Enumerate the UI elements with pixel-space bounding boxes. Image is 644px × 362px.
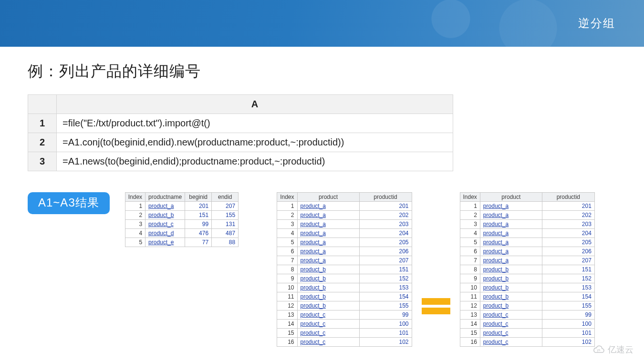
equals-icon <box>422 192 450 347</box>
col-header: productid <box>359 193 412 202</box>
table-row: 9product_b152 <box>277 274 412 283</box>
cell-index: 12 <box>460 301 480 310</box>
cell-index: 16 <box>277 338 297 347</box>
cell-productid: 152 <box>359 274 412 283</box>
cell-product: product_c <box>297 310 359 320</box>
table-row: 1product_a201207 <box>125 202 238 211</box>
cell-productid: 153 <box>542 283 594 292</box>
cell-productname: product_d <box>145 229 185 238</box>
cell-product: product_a <box>480 247 542 256</box>
col-header: beginid <box>185 193 212 202</box>
cell-index: 5 <box>277 238 297 247</box>
cell-product: product_a <box>297 247 359 256</box>
cell-index: 12 <box>277 301 297 310</box>
watermark: ys 亿速云 <box>592 344 634 355</box>
table-row: 2product_a202 <box>460 211 594 220</box>
cell-beginid: 201 <box>185 202 212 211</box>
content: 例：列出产品的详细编号 A 1 =file("E:/txt/product.tx… <box>0 47 644 347</box>
cell-index: 14 <box>460 320 480 329</box>
table-row: 5product_e7788 <box>125 238 238 247</box>
cell-productid: 202 <box>542 211 594 220</box>
cell-productid: 204 <box>542 229 594 238</box>
cell-index: 8 <box>277 265 297 274</box>
cell-productid: 207 <box>359 256 412 265</box>
cell-product: product_b <box>297 301 359 310</box>
corner-cell <box>28 95 57 114</box>
cell-product: product_a <box>297 256 359 265</box>
cell-beginid: 77 <box>185 238 212 247</box>
cell-productid: 100 <box>359 320 412 329</box>
formula-cell: =A1.conj(to(beginid,endid).new(productna… <box>57 133 453 152</box>
col-header: productname <box>145 193 185 202</box>
row-num: 3 <box>28 152 57 171</box>
table-row: 9product_b152 <box>460 274 594 283</box>
table-row: 1product_a201 <box>460 202 594 211</box>
cell-productid: 102 <box>359 338 412 347</box>
cell-index: 3 <box>460 220 480 229</box>
cell-productid: 206 <box>542 247 594 256</box>
cell-product: product_b <box>480 301 542 310</box>
cell-endid: 88 <box>212 238 239 247</box>
cell-product: product_a <box>480 229 542 238</box>
cell-productid: 151 <box>542 265 594 274</box>
table-row: 16product_c102 <box>277 338 412 347</box>
col-header: endid <box>212 193 239 202</box>
cell-index: 1 <box>125 202 145 211</box>
cell-index: 2 <box>277 211 297 220</box>
cell-index: 1 <box>277 202 297 211</box>
table-row: 16product_c102 <box>460 338 594 347</box>
cell-beginid: 99 <box>185 220 212 229</box>
cell-index: 16 <box>460 338 480 347</box>
cell-productid: 202 <box>359 211 412 220</box>
table-row: 7product_a207 <box>460 256 594 265</box>
table-row: 7product_a207 <box>277 256 412 265</box>
cell-product: product_a <box>480 202 542 211</box>
cloud-icon: ys <box>592 345 605 354</box>
cell-index: 4 <box>460 229 480 238</box>
cell-productid: 206 <box>359 247 412 256</box>
cell-index: 5 <box>460 238 480 247</box>
cell-productid: 205 <box>542 238 594 247</box>
cell-index: 1 <box>460 202 480 211</box>
cell-index: 11 <box>277 292 297 301</box>
cell-index: 5 <box>125 238 145 247</box>
table-row: 10product_b153 <box>277 283 412 292</box>
cell-productid: 204 <box>359 229 412 238</box>
cell-productname: product_c <box>145 220 185 229</box>
table-row: 13product_c99 <box>277 310 412 320</box>
equals-bar <box>422 298 450 305</box>
cell-productid: 155 <box>542 301 594 310</box>
col-header: product <box>480 193 542 202</box>
cell-productid: 101 <box>542 329 594 338</box>
table-row: 3product_a203 <box>460 220 594 229</box>
cell-productid: 99 <box>359 310 412 320</box>
cell-index: 2 <box>460 211 480 220</box>
cell-index: 15 <box>460 329 480 338</box>
cell-index: 6 <box>460 247 480 256</box>
cell-index: 4 <box>125 229 145 238</box>
cell-product: product_a <box>297 229 359 238</box>
table-row: 1product_a201 <box>277 202 412 211</box>
col-header: product <box>297 193 359 202</box>
cell-productid: 155 <box>359 301 412 310</box>
cell-product: product_b <box>480 283 542 292</box>
equals-bar <box>422 308 450 314</box>
cell-index: 3 <box>277 220 297 229</box>
cell-productname: product_b <box>145 211 185 220</box>
table-row: 11product_b154 <box>277 292 412 301</box>
cell-productid: 99 <box>542 310 594 320</box>
code-row: 3 =A1.news(to(beginid,endid);productname… <box>28 152 453 171</box>
col-header: Index <box>125 193 145 202</box>
cell-index: 10 <box>460 283 480 292</box>
row-num: 2 <box>28 133 57 152</box>
cell-index: 7 <box>460 256 480 265</box>
cell-index: 3 <box>125 220 145 229</box>
results-area: A1~A3结果 Index productname beginid endid … <box>28 192 616 347</box>
cell-index: 2 <box>125 211 145 220</box>
cell-product: product_b <box>480 292 542 301</box>
table-row: 12product_b155 <box>277 301 412 310</box>
cell-endid: 131 <box>212 220 239 229</box>
cell-index: 13 <box>460 310 480 320</box>
table-row: 4product_d476487 <box>125 229 238 238</box>
table-row: 10product_b153 <box>460 283 594 292</box>
